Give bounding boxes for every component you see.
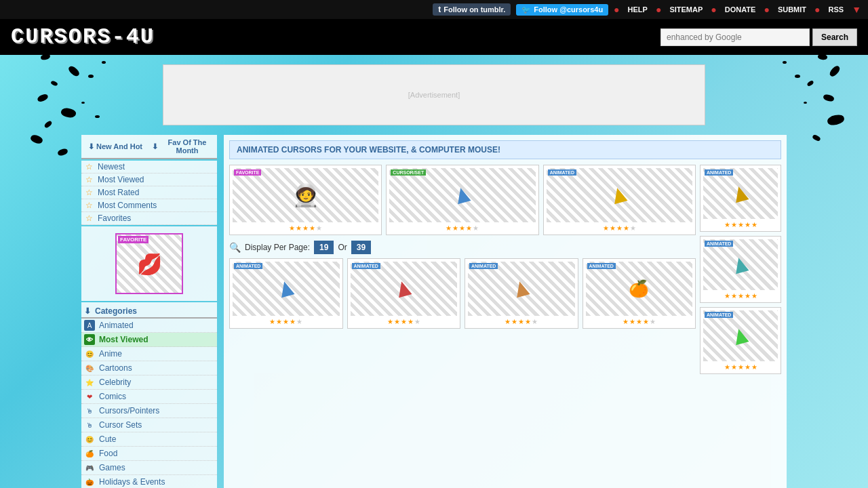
cat-cursors-label: Cursors/Pointers [99,406,159,415]
sidebar-item-comics[interactable]: ❤ Comics [81,390,217,404]
cursor-stars-right-1: ★ ★ ★ ★ ★ [703,221,778,228]
tab-fav-month[interactable]: ⬇ Fav Of The Month [149,135,217,159]
badge-animated-bot-4: ANIMATED [587,263,616,269]
twitter-icon: 🐦 [521,5,531,14]
arrow-icon: ⬇ [88,142,94,151]
cursor-card-right-3[interactable]: ANIMATED ★ ★ ★ ★ ★ [700,307,781,374]
star-icon-newest: ☆ [84,162,94,171]
cat-cursor-sets-label: Cursor Sets [99,420,142,430]
cursor-thumb-2: CURSOR/SET [389,168,535,222]
cursor-arrow-blue [454,186,471,204]
fav-month-section: FAVORITE 💋 [81,226,217,301]
fav-thumbnail[interactable]: FAVORITE 💋 [115,233,183,294]
tumblr-icon: t [438,5,441,14]
sidebar-item-cursors-pointers[interactable]: 🖱 Cursors/Pointers [81,404,217,418]
most-viewed-label: Most Viewed [98,175,144,184]
sidebar-item-celebrity[interactable]: ⭐ Celebrity [81,375,217,390]
cursor-thumb-bot-3: ANIMATED [468,262,575,316]
tab-new-hot-label: New And Hot [96,142,142,150]
categories-label: Categories [95,306,137,316]
nav-donate[interactable]: DONATE [722,5,759,14]
cursor-stars-1: ★ ★ ★ ★ ★ [233,224,378,232]
site-logo[interactable]: CURSORS-4U [11,24,155,49]
cursor-thumb-right-2: ANIMATED [703,239,778,290]
cursor-thumb-3: ANIMATED [547,168,692,222]
cat-games-label: Games [99,463,125,472]
among-us-icon: 🧑‍🚀 [292,182,319,208]
search-button[interactable]: Search [812,28,857,46]
nav-dot-end: ▼ [852,4,861,15]
nav-dot-donate: ● [711,4,716,15]
cursor-card-1[interactable]: FAVORITE 🧑‍🚀 ★ ★ ★ ★ ★ [229,165,382,235]
badge-cursorset-2: CURSOR/SET [391,169,426,176]
tumblr-follow-btn[interactable]: t Follow on tumblr. [433,3,511,16]
badge-animated-3: ANIMATED [548,169,576,176]
nav-dot-help: ● [614,4,619,15]
display-controls: 🔍 Display Per Page: 19 Or 39 [229,241,696,254]
sidebar-item-cute[interactable]: 😊 Cute [81,432,217,447]
cat-food-label: Food [99,449,117,458]
sidebar-item-most-rated[interactable]: ☆ Most Rated [81,186,217,199]
main-layout: ⬇ New And Hot ⬇ Fav Of The Month ☆ Newes… [75,135,793,488]
cat-icon-most-viewed: 👁 [84,334,95,345]
nav-dot-rss: ● [814,4,820,15]
page-39-btn[interactable]: 39 [351,241,371,254]
cat-cute-label: Cute [99,434,116,444]
cat-icon-food: 🍊 [84,448,95,459]
most-comments-label: Most Comments [98,201,157,210]
tab-new-and-hot[interactable]: ⬇ New And Hot [81,135,149,159]
cursor-arrow-yellow-r1 [732,184,749,202]
cat-icon-cursors: 🖱 [84,405,95,416]
sidebar-item-food[interactable]: 🍊 Food [81,447,217,461]
cursor-layout: FAVORITE 🧑‍🚀 ★ ★ ★ ★ ★ [229,165,781,374]
cursor-card-bot-2[interactable]: ANIMATED ★ ★ ★ ★ ★ [347,258,461,329]
ad-text: [Advertisement] [408,91,460,99]
nav-dot-submit: ● [764,4,769,15]
categories-header: ⬇ Categories [81,305,217,319]
arrow-icon-cat: ⬇ [84,306,91,316]
display-per-page-label: Display Per Page: [245,243,310,252]
cursor-card-bot-4[interactable]: ANIMATED 🍊 ★ ★ ★ ★ ★ [583,258,696,329]
sidebar-item-anime[interactable]: 😊 Anime [81,347,217,361]
cursor-card-right-2[interactable]: ANIMATED ★ ★ ★ ★ ★ [700,236,781,303]
cat-celebrity-label: Celebrity [99,378,131,387]
nav-submit[interactable]: SUBMIT [775,5,809,14]
sidebar-item-games[interactable]: 🎮 Games [81,461,217,475]
cursor-stars-right-2: ★ ★ ★ ★ ★ [703,292,778,300]
cursor-card-2[interactable]: CURSOR/SET ★ ★ ★ ★ ★ [386,165,538,235]
badge-animated-bot-2: ANIMATED [352,263,380,269]
search-area: Search [660,28,857,46]
sidebar-item-favorites[interactable]: ☆ Favorites [81,212,217,225]
twitter-follow-btn[interactable]: 🐦 Follow @cursors4u [516,4,608,16]
arrow-icon-fav: ⬇ [152,142,158,151]
sidebar-item-cartoons[interactable]: 🎨 Cartoons [81,361,217,375]
main-content: ANIMATED CURSORS FOR YOUR WEBSITE, & COM… [224,135,787,488]
nav-sitemap[interactable]: SITEMAP [667,5,705,14]
cursor-card-right-1[interactable]: ANIMATED ★ ★ ★ ★ ★ [700,165,781,232]
cursor-card-3[interactable]: ANIMATED ★ ★ ★ ★ ★ [543,165,696,235]
sidebar-item-animated[interactable]: A Animated [81,319,217,333]
sidebar-item-most-viewed-cat[interactable]: 👁 Most Viewed [81,333,217,347]
star-icon-viewed: ☆ [84,175,94,184]
search-input[interactable] [660,28,810,46]
site-header: CURSORS-4U Search [0,19,868,55]
nav-help[interactable]: HELP [625,5,650,14]
cat-animated-label: Animated [99,321,134,330]
sidebar-item-cursor-sets[interactable]: 🖱 Cursor Sets [81,418,217,432]
cursor-card-bot-1[interactable]: ANIMATED ★ ★ ★ ★ ★ [229,258,343,329]
sidebar-item-newest[interactable]: ☆ Newest [81,161,217,174]
main-header-text: ANIMATED CURSORS FOR YOUR WEBSITE, & COM… [237,145,500,155]
section-tabs: ⬇ New And Hot ⬇ Fav Of The Month [81,135,217,159]
cursor-stars-3: ★ ★ ★ ★ ★ [547,224,692,232]
badge-animated-right-1: ANIMATED [705,169,733,176]
page-19-btn[interactable]: 19 [314,241,334,254]
badge-animated-bot-3: ANIMATED [469,263,498,269]
sidebar-item-holidays[interactable]: 🎃 Holidays & Events [81,475,217,488]
nav-items-section: ☆ Newest ☆ Most Viewed ☆ Most Rated ☆ Mo… [81,161,217,225]
nav-rss[interactable]: RSS [826,5,847,14]
cursor-card-bot-3[interactable]: ANIMATED ★ ★ ★ ★ ★ [465,258,578,329]
cat-icon-animated: A [84,320,95,331]
sidebar-item-most-viewed[interactable]: ☆ Most Viewed [81,174,217,186]
cat-comics-label: Comics [99,392,126,401]
sidebar-item-most-comments[interactable]: ☆ Most Comments [81,199,217,212]
